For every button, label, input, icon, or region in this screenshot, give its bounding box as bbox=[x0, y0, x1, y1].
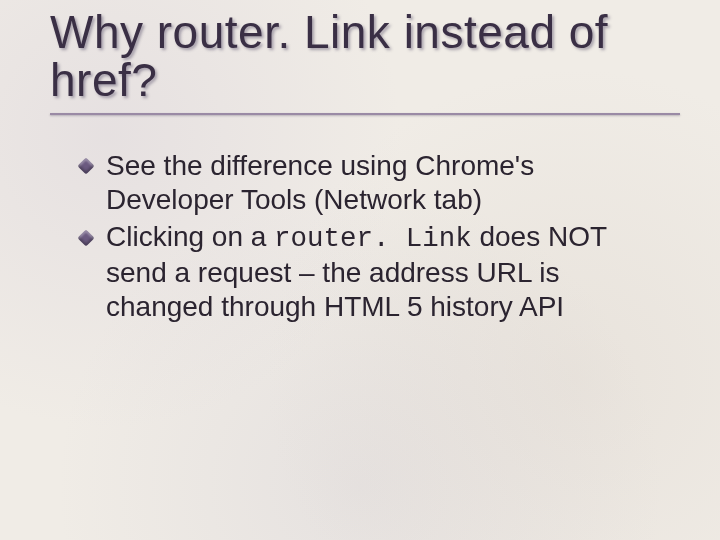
bullet-text: Clicking on a bbox=[106, 221, 274, 252]
slide: Why router. Link instead of href? See th… bbox=[0, 0, 720, 540]
bullet-list: See the difference using Chrome's Develo… bbox=[80, 149, 640, 324]
title-underline bbox=[50, 113, 680, 115]
list-item: See the difference using Chrome's Develo… bbox=[80, 149, 640, 219]
bullet-text: See the difference using Chrome's Develo… bbox=[106, 150, 534, 215]
bullet-code: router. Link bbox=[274, 223, 472, 254]
slide-title: Why router. Link instead of href? bbox=[50, 8, 680, 105]
list-item: Clicking on a router. Link does NOT send… bbox=[80, 220, 640, 324]
